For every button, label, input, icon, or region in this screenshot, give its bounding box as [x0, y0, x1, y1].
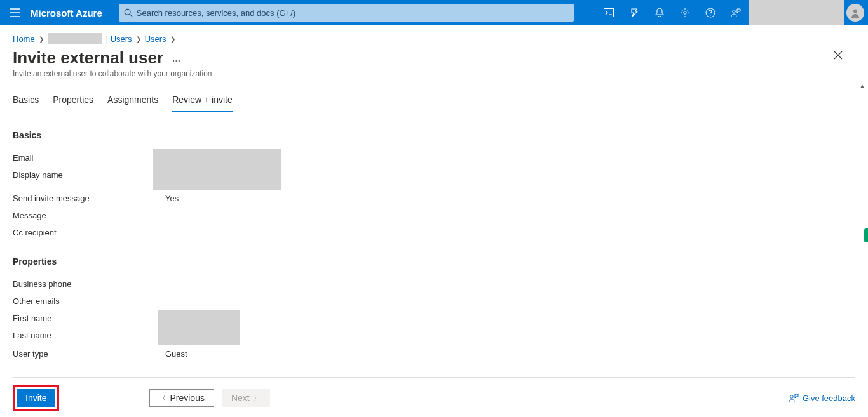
svg-point-0 — [125, 9, 130, 15]
more-actions-button[interactable]: ⋯ — [172, 56, 181, 65]
breadcrumb-users[interactable]: Users — [145, 34, 166, 44]
account-avatar[interactable] — [846, 4, 864, 22]
next-button: Next 〉 — [222, 389, 270, 407]
search-icon — [124, 8, 133, 17]
label-email: Email — [13, 153, 153, 162]
svg-point-7 — [790, 395, 794, 399]
title-bar: Invite external user ⋯ — [0, 47, 868, 68]
give-feedback-link[interactable]: Give feedback — [789, 393, 855, 403]
previous-button[interactable]: 〈 Previous — [149, 389, 214, 407]
breadcrumb-directory-redacted[interactable] — [48, 33, 102, 44]
feedback-top-button[interactable] — [723, 0, 749, 25]
scroll-up-arrow-icon[interactable]: ▲ — [859, 83, 865, 89]
tab-basics[interactable]: Basics — [13, 91, 39, 112]
top-icon-bar — [596, 0, 868, 25]
tab-review-invite[interactable]: Review + invite — [172, 91, 233, 112]
chevron-right-icon: ❯ — [136, 36, 141, 43]
label-display-name: Display name — [13, 170, 153, 180]
help-icon — [705, 8, 715, 18]
breadcrumb-users-suffix[interactable]: | Users — [106, 34, 132, 44]
notifications-button[interactable] — [647, 0, 672, 25]
label-cc-recipient: Cc recipient — [13, 228, 153, 237]
scroll-indicator — [864, 228, 868, 242]
tab-strip: Basics Properties Assignments Review + i… — [0, 84, 868, 112]
cloud-shell-button[interactable] — [596, 0, 621, 25]
review-content: Basics Email Display name Send invite me… — [0, 112, 868, 379]
svg-rect-2 — [604, 9, 614, 17]
breadcrumb: Home ❯ | Users ❯ Users ❯ — [0, 25, 868, 47]
close-icon — [834, 51, 843, 60]
copilot-button[interactable] — [621, 0, 647, 25]
cloud-shell-icon — [604, 8, 614, 17]
section-basics-heading: Basics — [13, 130, 855, 140]
top-header: Microsoft Azure — [0, 0, 868, 25]
person-feedback-icon — [731, 8, 741, 18]
svg-point-3 — [684, 11, 686, 14]
brand-label[interactable]: Microsoft Azure — [31, 8, 111, 18]
page-title: Invite external user — [13, 48, 163, 68]
previous-label: Previous — [170, 393, 204, 403]
close-button[interactable] — [834, 51, 843, 60]
label-first-name: First name — [13, 314, 153, 323]
gear-icon — [680, 8, 690, 18]
label-other-emails: Other emails — [13, 296, 153, 306]
next-label: Next — [231, 393, 250, 403]
wizard-footer: Invite 〈 Previous Next 〉 Give feedback — [13, 377, 855, 411]
invite-highlight-box: Invite — [13, 385, 59, 411]
section-properties-heading: Properties — [13, 256, 855, 267]
svg-line-1 — [130, 14, 132, 17]
chevron-right-icon: 〉 — [254, 394, 261, 403]
label-user-type: User type — [13, 349, 153, 359]
settings-button[interactable] — [672, 0, 698, 25]
page-subtitle: Invite an external user to collaborate w… — [0, 68, 868, 84]
copilot-icon — [629, 8, 639, 18]
help-button[interactable] — [698, 0, 723, 25]
chevron-left-icon: 〈 — [159, 394, 166, 403]
person-feedback-icon — [789, 393, 799, 403]
feedback-label: Give feedback — [803, 394, 855, 403]
scrollbar[interactable]: ▲ — [858, 83, 868, 417]
label-business-phone: Business phone — [13, 279, 153, 289]
tab-properties[interactable]: Properties — [53, 91, 93, 112]
label-message: Message — [13, 211, 153, 220]
search-input[interactable] — [137, 8, 569, 18]
breadcrumb-home[interactable]: Home — [13, 34, 35, 44]
chevron-right-icon: ❯ — [170, 36, 175, 43]
value-send-invite: Yes — [153, 194, 179, 203]
tenant-redacted[interactable] — [749, 0, 844, 25]
label-last-name: Last name — [13, 331, 153, 340]
invite-button[interactable]: Invite — [17, 389, 55, 407]
hamburger-menu[interactable] — [0, 0, 31, 25]
value-email-displayname-redacted — [153, 149, 281, 190]
value-user-type: Guest — [153, 349, 187, 359]
chevron-right-icon: ❯ — [39, 36, 44, 43]
avatar-icon — [850, 7, 861, 18]
menu-icon — [10, 8, 20, 17]
svg-point-5 — [733, 10, 736, 13]
label-send-invite: Send invite message — [13, 194, 153, 203]
svg-point-6 — [853, 10, 857, 13]
tab-assignments[interactable]: Assignments — [107, 91, 158, 112]
value-firstname-lastname-redacted — [158, 310, 240, 345]
global-search[interactable] — [119, 4, 574, 22]
bell-icon — [655, 8, 664, 18]
